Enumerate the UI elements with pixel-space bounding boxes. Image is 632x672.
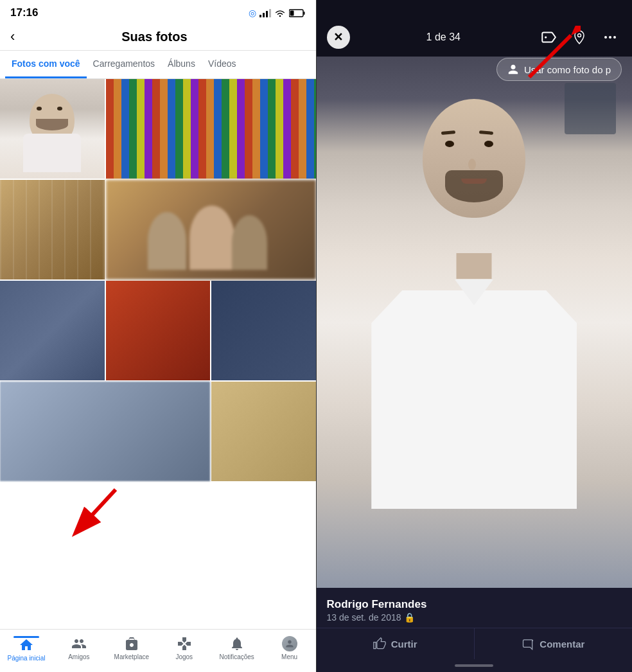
main-photo	[317, 57, 633, 588]
games-icon	[177, 636, 192, 651]
photo-cell[interactable]	[211, 382, 316, 481]
page-header: ‹ Suas fotos	[0, 23, 316, 51]
svg-rect-3	[269, 9, 271, 17]
svg-rect-2	[266, 11, 268, 17]
photos-grid	[0, 79, 316, 629]
privacy-icon: 🔒	[404, 612, 415, 623]
signal-icon	[259, 9, 271, 17]
date-text: 13 de set. de 2018	[327, 612, 401, 623]
user-avatar	[282, 636, 297, 651]
svg-point-4	[279, 15, 281, 17]
photo-cell[interactable]	[0, 382, 210, 481]
photo-date: 13 de set. de 2018 🔒	[327, 612, 622, 623]
bottom-nav: Página inicial Amigos Marketplace Jogos …	[0, 629, 316, 672]
wifi-icon	[274, 9, 286, 17]
photo-counter: 1 de 34	[426, 31, 461, 43]
close-button[interactable]: ✕	[327, 26, 350, 49]
home-icon	[19, 637, 34, 653]
right-panel: ✕ 1 de 34	[317, 0, 633, 672]
nav-label-home: Página inicial	[7, 655, 45, 662]
nav-label-friends: Amigos	[68, 653, 89, 660]
photo-cell[interactable]	[211, 281, 316, 380]
photo-viewer-header: ✕ 1 de 34	[317, 0, 633, 57]
photo-cell[interactable]	[0, 79, 105, 179]
nav-item-menu[interactable]: Menu	[263, 633, 316, 664]
photo-author: Rodrigo Fernandes	[327, 598, 622, 611]
nav-item-notifications[interactable]: Notificações	[211, 633, 263, 664]
like-button[interactable]: Curtir	[317, 628, 475, 659]
nav-label-menu: Menu	[281, 653, 297, 660]
left-panel: 17:16 ◎	[0, 0, 316, 672]
nav-label-notifications: Notificações	[219, 653, 254, 660]
comment-label: Comentar	[540, 639, 584, 650]
status-bar: 17:16 ◎	[0, 0, 316, 23]
use-as-photo-button[interactable]: Usar como foto do p	[496, 58, 622, 81]
friends-icon	[71, 636, 87, 651]
photo-actions: Curtir Comentar	[317, 628, 633, 659]
nav-item-marketplace[interactable]: Marketplace	[105, 633, 158, 664]
nav-item-home[interactable]: Página inicial	[0, 633, 53, 664]
photo-cell[interactable]	[0, 180, 105, 279]
svg-point-12	[609, 36, 611, 39]
svg-rect-7	[290, 10, 294, 15]
svg-rect-0	[259, 15, 261, 17]
nav-label-games: Jogos	[175, 653, 193, 660]
more-options-button[interactable]	[599, 26, 622, 49]
svg-rect-6	[303, 12, 304, 15]
svg-rect-1	[263, 13, 265, 17]
back-button[interactable]: ‹	[10, 28, 15, 45]
nav-label-marketplace: Marketplace	[114, 653, 149, 660]
like-icon	[373, 637, 386, 650]
header-action-icons	[537, 26, 622, 49]
photo-cell[interactable]	[106, 180, 316, 279]
svg-point-11	[604, 36, 607, 39]
photo-info: Rodrigo Fernandes 13 de set. de 2018 🔒	[317, 588, 633, 628]
tag-button[interactable]	[537, 26, 560, 49]
status-icons: ◎	[249, 8, 306, 18]
tab-carregamentos[interactable]: Carregamentos	[87, 51, 162, 78]
battery-icon	[289, 9, 306, 17]
status-time: 17:16	[10, 6, 38, 19]
location-button[interactable]	[568, 26, 591, 49]
svg-point-13	[613, 36, 616, 39]
scroll-indicator	[455, 664, 493, 667]
tab-fotos-com-voce[interactable]: Fotos com você	[5, 51, 87, 78]
comment-icon	[522, 637, 534, 650]
tabs-bar: Fotos com você Carregamentos Álbuns Víde…	[0, 51, 316, 79]
nav-item-games[interactable]: Jogos	[158, 633, 211, 664]
svg-point-10	[545, 36, 547, 38]
tab-videos[interactable]: Vídeos	[202, 51, 243, 78]
page-title: Suas fotos	[22, 30, 286, 44]
photo-cell[interactable]	[0, 281, 105, 380]
photo-cell[interactable]	[106, 79, 316, 179]
marketplace-icon	[124, 636, 139, 651]
photo-cell[interactable]	[106, 281, 211, 380]
tab-albuns[interactable]: Álbuns	[161, 51, 202, 78]
comment-button[interactable]: Comentar	[475, 628, 632, 659]
like-label: Curtir	[391, 639, 417, 650]
use-photo-label: Usar como foto do p	[524, 64, 611, 75]
location-icon: ◎	[249, 8, 256, 18]
nav-item-friends[interactable]: Amigos	[53, 633, 105, 664]
profile-photo-icon	[507, 64, 519, 75]
notifications-icon	[229, 636, 245, 651]
